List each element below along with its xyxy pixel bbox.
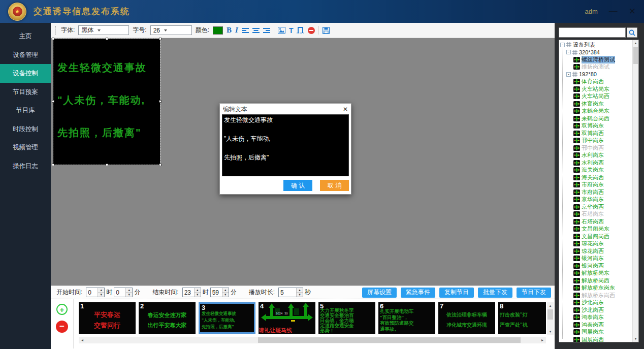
start-minute-stepper[interactable]: 0 ▲▼ (114, 288, 133, 297)
scroll-left-icon[interactable]: ◂ (79, 337, 86, 343)
align-right-icon[interactable] (263, 27, 270, 34)
spin-down-icon[interactable]: ▼ (98, 293, 104, 297)
sidebar-item[interactable]: 节目库 (0, 101, 51, 120)
color-swatch[interactable] (213, 26, 223, 35)
scroll-down-icon[interactable]: ▾ (633, 336, 638, 342)
tree-device[interactable]: 水利岗东 (559, 152, 632, 160)
tree-device[interactable]: 体育岗东 (559, 100, 632, 108)
program-thumbnail[interactable]: 6扎实开展电动车"百日整治"，有效预防道路交通事故。 (378, 302, 435, 334)
close-icon[interactable]: ✕ (629, 7, 636, 16)
tree-device[interactable]: 银河岗西 (559, 262, 632, 270)
tree-root[interactable]: -设备列表 (559, 41, 632, 49)
tree-device[interactable]: 市府岗东 (559, 181, 632, 189)
tree-device[interactable]: 来鹤台岗西 (559, 115, 632, 122)
minimize-icon[interactable]: — (609, 7, 618, 16)
action-button[interactable]: 屏幕设置 (362, 288, 397, 298)
font-select[interactable]: 黑体 (78, 25, 129, 35)
collapse-icon[interactable]: - (560, 43, 565, 47)
device-search-input[interactable] (559, 27, 626, 38)
tree-group[interactable]: -192*80 (559, 71, 632, 78)
tree-device[interactable]: 解放桥岗东 (559, 270, 632, 277)
tree-device[interactable]: 火车站岗东 (559, 85, 632, 93)
sidebar-item[interactable]: 设备控制 (0, 64, 51, 83)
scroll-up-icon[interactable]: ▴ (633, 40, 638, 46)
spin-down-icon[interactable]: ▼ (126, 293, 132, 297)
design-canvas[interactable]: 发生轻微交通事故"人未伤，车能动,先拍照，后撤离" 编辑文本 ✕ 确 认 (51, 38, 555, 285)
action-button[interactable]: 紧急事件 (401, 288, 435, 298)
spin-up-icon[interactable]: ▲ (297, 288, 303, 293)
action-button[interactable]: 节目下发 (517, 288, 551, 298)
resize-handle[interactable] (159, 100, 162, 103)
action-button[interactable]: 批量下发 (478, 288, 512, 298)
scrollbar-thumb[interactable] (258, 337, 521, 343)
tree-device[interactable]: 鸿泰岗东 (559, 314, 632, 322)
tree-device[interactable]: 琼花岗西 (559, 247, 632, 255)
sidebar-item[interactable]: 主页 (0, 27, 51, 46)
tree-device[interactable]: 双博岗西 (559, 130, 632, 137)
size-select[interactable]: 26 (150, 25, 192, 35)
scroll-up-icon[interactable]: ▴ (547, 302, 554, 309)
collapse-icon[interactable]: - (566, 72, 571, 77)
sidebar-item[interactable]: 操作日志 (0, 157, 51, 176)
tree-group[interactable]: -320*384 (559, 49, 632, 56)
program-thumbnail[interactable]: 3发生轻微交通事故"人未伤，车能动,先拍照，后撤离" (199, 302, 255, 334)
duration-stepper[interactable]: 5 ▲▼ (278, 288, 303, 297)
edit-textarea[interactable] (222, 114, 349, 176)
program-thumbnail[interactable]: 1平安春运交警同行 (79, 302, 136, 334)
spin-down-icon[interactable]: ▼ (222, 293, 229, 297)
tree-device[interactable]: 邗中岗西 (559, 144, 632, 152)
bold-button[interactable]: B (227, 26, 232, 35)
stop-icon[interactable] (308, 27, 315, 34)
tree-device[interactable]: 海关岗东 (559, 167, 632, 174)
add-program-button[interactable]: + (56, 304, 68, 315)
tree-device[interactable]: 银河岗东 (559, 255, 632, 263)
program-thumbnail[interactable]: 7依法治理非标车辆净化城市交通环境 (438, 302, 495, 334)
resize-handle[interactable] (106, 164, 108, 166)
tree-device[interactable]: 京华岗西 (559, 203, 632, 211)
program-thumbnail[interactable]: 8打击改装"灯严查严处"机 (498, 302, 546, 334)
resize-handle[interactable] (106, 38, 108, 40)
tree-device[interactable]: 解放桥东岗西 (559, 292, 632, 299)
remove-program-button[interactable]: − (56, 321, 68, 333)
sidebar-item[interactable]: 设备管理 (0, 46, 51, 65)
spin-down-icon[interactable]: ▼ (195, 293, 201, 297)
align-center-icon[interactable] (252, 27, 260, 34)
resize-handle[interactable] (52, 38, 54, 40)
tree-device[interactable]: 琼花岗东 (559, 240, 632, 248)
tree-device[interactable]: 水利岗西 (559, 159, 632, 167)
insert-image-icon[interactable] (278, 27, 285, 34)
collapse-icon[interactable]: - (566, 50, 571, 54)
spin-up-icon[interactable]: ▲ (195, 288, 201, 293)
tree-device[interactable]: 京华岗东 (559, 196, 632, 204)
program-thumbnail[interactable]: 5大力开展秋冬季交通安全整治百日会战，全力稳定道路交通安全形势！ (318, 302, 375, 334)
sidebar-item[interactable]: 时段控制 (0, 120, 51, 139)
tree-device[interactable]: 沙北岗西 (559, 306, 632, 314)
vertical-scrollbar[interactable]: ▴ ▾ (547, 302, 554, 335)
resize-handle[interactable] (159, 38, 162, 40)
marquee-icon[interactable] (297, 27, 304, 34)
tree-device[interactable]: 双博岗东 (559, 122, 632, 130)
tree-device[interactable]: 石塔岗西 (559, 218, 632, 226)
search-icon[interactable] (627, 27, 637, 38)
scrollbar-thumb[interactable] (633, 47, 638, 64)
tree-device[interactable]: 石塔岗东 (559, 211, 632, 218)
tree-device[interactable]: 国展岗东 (559, 329, 632, 336)
tree-device[interactable]: 来鹤台岗东 (559, 108, 632, 115)
confirm-button[interactable]: 确 认 (283, 180, 312, 191)
tree-device[interactable]: 解放桥岗西 (559, 277, 632, 284)
sidebar-item[interactable]: 视频管理 (0, 138, 51, 157)
scroll-down-icon[interactable]: ▾ (547, 328, 554, 335)
tree-device[interactable]: 海关岗西 (559, 174, 632, 181)
save-icon[interactable] (323, 27, 330, 34)
action-button[interactable]: 复制节目 (439, 288, 474, 298)
spin-up-icon[interactable]: ▲ (126, 288, 132, 293)
end-hour-stepper[interactable]: 23 ▲▼ (182, 288, 201, 297)
align-left-icon[interactable] (242, 27, 249, 34)
cancel-button[interactable]: 取 消 (320, 180, 349, 191)
tree-device[interactable]: 沙北岗东 (559, 299, 632, 307)
spin-up-icon[interactable]: ▲ (98, 288, 104, 293)
resize-handle[interactable] (159, 164, 162, 166)
program-thumbnail[interactable]: 2春运安全连万家出行平安靠大家 (139, 302, 196, 334)
sidebar-item[interactable]: 节目预案 (0, 83, 51, 102)
tree-device[interactable]: 体育岗西 (559, 78, 632, 86)
